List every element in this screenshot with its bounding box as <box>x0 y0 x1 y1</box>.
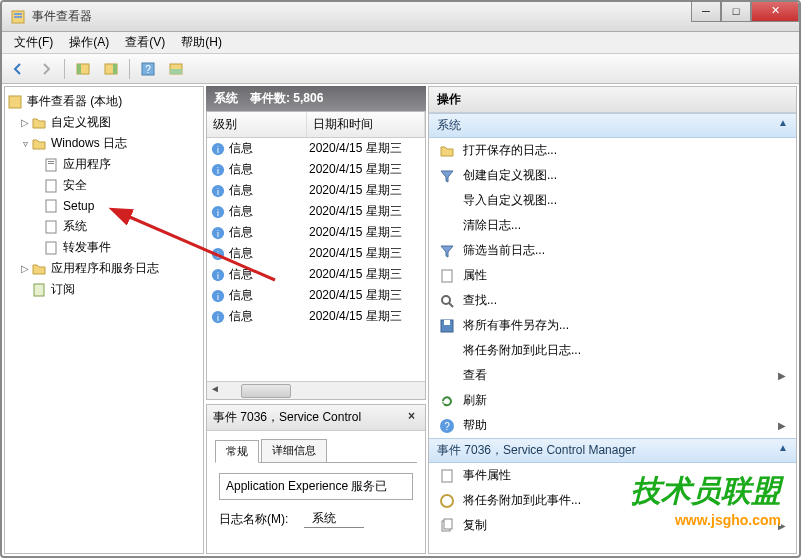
table-header: 级别 日期和时间 <box>207 112 425 138</box>
show-hide-tree-button[interactable] <box>71 57 95 81</box>
action-import-custom-view[interactable]: 导入自定义视图... <box>429 188 796 213</box>
svg-text:i: i <box>217 165 219 175</box>
svg-rect-15 <box>46 180 56 192</box>
action-create-custom-view[interactable]: 创建自定义视图... <box>429 163 796 188</box>
actions-pane: 操作 系统 ▲ 打开保存的日志... 创建自定义视图... 导入自定义视图...… <box>428 86 797 554</box>
show-hide-action-button[interactable] <box>99 57 123 81</box>
folder-icon <box>31 115 47 131</box>
event-message: Application Experience 服务已 <box>219 473 413 500</box>
action-help[interactable]: ?帮助▶ <box>429 413 796 438</box>
tree-application[interactable]: 应用程序 <box>7 154 201 175</box>
folder-icon <box>31 136 47 152</box>
action-copy[interactable]: 复制▶ <box>429 513 796 538</box>
forward-button[interactable] <box>34 57 58 81</box>
action-attach-task-log[interactable]: 将任务附加到此日志... <box>429 338 796 363</box>
open-icon <box>439 143 455 159</box>
table-row[interactable]: i信息2020/4/15 星期三 <box>207 285 425 306</box>
table-row[interactable]: i信息2020/4/15 星期三 <box>207 243 425 264</box>
events-header: 系统 事件数: 5,806 <box>206 86 426 111</box>
folder-icon <box>31 261 47 277</box>
actions-section-event[interactable]: 事件 7036，Service Control Manager ▲ <box>429 438 796 463</box>
logname-label: 日志名称(M): <box>219 511 288 528</box>
tree-subscriptions[interactable]: 订阅 <box>7 279 201 300</box>
action-attach-task-event[interactable]: 将任务附加到此事件... <box>429 488 796 513</box>
svg-text:i: i <box>217 312 219 322</box>
logname-value: 系统 <box>304 510 364 528</box>
horizontal-scrollbar[interactable]: ◄ <box>207 381 425 399</box>
svg-rect-19 <box>34 284 44 296</box>
svg-rect-4 <box>77 64 81 74</box>
svg-rect-14 <box>48 163 54 164</box>
event-count: 事件数: 5,806 <box>250 90 323 107</box>
menu-view[interactable]: 查看(V) <box>117 32 173 53</box>
menubar: 文件(F) 操作(A) 查看(V) 帮助(H) <box>2 32 799 54</box>
action-find[interactable]: 查找... <box>429 288 796 313</box>
tab-details[interactable]: 详细信息 <box>261 439 327 462</box>
action-open-saved-log[interactable]: 打开保存的日志... <box>429 138 796 163</box>
svg-rect-10 <box>170 69 182 74</box>
action-event-properties[interactable]: 事件属性 <box>429 463 796 488</box>
menu-help[interactable]: 帮助(H) <box>173 32 230 53</box>
close-button[interactable]: ✕ <box>751 0 799 22</box>
action-view[interactable]: 查看▶ <box>429 363 796 388</box>
maximize-button[interactable]: □ <box>721 0 751 22</box>
log-icon <box>43 178 59 194</box>
tree-custom-views[interactable]: ▷ 自定义视图 <box>7 112 201 133</box>
svg-rect-1 <box>14 13 22 15</box>
svg-rect-18 <box>46 242 56 254</box>
col-datetime[interactable]: 日期和时间 <box>307 112 425 137</box>
action-clear-log[interactable]: 清除日志... <box>429 213 796 238</box>
action-refresh[interactable]: 刷新 <box>429 388 796 413</box>
window-title: 事件查看器 <box>32 8 691 25</box>
toolbar: ? <box>2 54 799 84</box>
action-save-all-events[interactable]: 将所有事件另存为... <box>429 313 796 338</box>
col-level[interactable]: 级别 <box>207 112 307 137</box>
task-icon <box>439 493 455 509</box>
detail-tabs: 常规 详细信息 <box>215 439 417 463</box>
back-button[interactable] <box>6 57 30 81</box>
table-row[interactable]: i信息2020/4/15 星期三 <box>207 138 425 159</box>
events-table: 级别 日期和时间 i信息2020/4/15 星期三i信息2020/4/15 星期… <box>206 111 426 400</box>
detail-header: 事件 7036，Service Control × <box>207 405 425 431</box>
table-row[interactable]: i信息2020/4/15 星期三 <box>207 180 425 201</box>
event-viewer-icon <box>7 94 23 110</box>
log-icon <box>43 198 59 214</box>
table-row[interactable]: i信息2020/4/15 星期三 <box>207 201 425 222</box>
action-properties[interactable]: 属性 <box>429 263 796 288</box>
table-row[interactable]: i信息2020/4/15 星期三 <box>207 222 425 243</box>
minimize-button[interactable]: ─ <box>691 0 721 22</box>
table-row[interactable]: i信息2020/4/15 星期三 <box>207 264 425 285</box>
table-row[interactable]: i信息2020/4/15 星期三 <box>207 306 425 327</box>
preview-button[interactable] <box>164 57 188 81</box>
window-titlebar: 事件查看器 ─ □ ✕ <box>2 2 799 32</box>
tree-forwarded[interactable]: 转发事件 <box>7 237 201 258</box>
import-icon <box>439 193 455 209</box>
tree-security[interactable]: 安全 <box>7 175 201 196</box>
help-button[interactable]: ? <box>136 57 160 81</box>
detail-close-button[interactable]: × <box>404 409 419 426</box>
table-row[interactable]: i信息2020/4/15 星期三 <box>207 159 425 180</box>
svg-line-40 <box>449 303 453 307</box>
svg-text:?: ? <box>145 64 151 75</box>
actions-title: 操作 <box>429 87 796 113</box>
log-icon <box>43 219 59 235</box>
tree-root[interactable]: 事件查看器 (本地) <box>7 91 201 112</box>
svg-text:i: i <box>217 249 219 259</box>
actions-section-system[interactable]: 系统 ▲ <box>429 113 796 138</box>
menu-action[interactable]: 操作(A) <box>61 32 117 53</box>
action-filter-log[interactable]: 筛选当前日志... <box>429 238 796 263</box>
svg-rect-42 <box>444 320 450 325</box>
detail-title: 事件 7036，Service Control <box>213 409 361 426</box>
tab-general[interactable]: 常规 <box>215 440 259 463</box>
tree-system[interactable]: 系统 <box>7 216 201 237</box>
tree-windows-logs[interactable]: ▿ Windows 日志 <box>7 133 201 154</box>
app-icon <box>10 9 26 25</box>
tree-apps-services[interactable]: ▷ 应用程序和服务日志 <box>7 258 201 279</box>
svg-rect-11 <box>9 96 21 108</box>
tree-setup[interactable]: Setup <box>7 196 201 216</box>
properties-icon <box>439 468 455 484</box>
refresh-icon <box>439 393 455 409</box>
help-icon: ? <box>439 418 455 434</box>
menu-file[interactable]: 文件(F) <box>6 32 61 53</box>
filter-icon <box>439 243 455 259</box>
